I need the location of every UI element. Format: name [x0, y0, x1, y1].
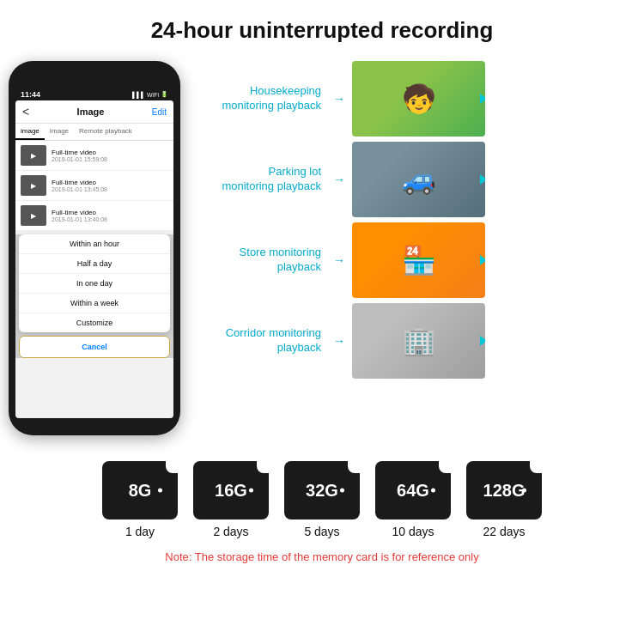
signal-icon: ▌▌▌ [132, 92, 145, 98]
video-item-1[interactable]: Full-time video 2019-01-01 15:59:08 [15, 141, 173, 171]
video-thumb-1 [21, 145, 46, 166]
monitoring-row-1: Housekeepingmonitoring playback → 🧒 [189, 61, 635, 137]
video-thumb-2 [21, 175, 46, 196]
child-emoji: 🧒 [402, 82, 436, 115]
monitoring-label-4: Corridor monitoringplayback [189, 326, 326, 355]
edit-button[interactable]: Edit [152, 107, 167, 117]
sd-days-32g: 5 days [304, 525, 339, 538]
monitoring-photo-1: 🧒 [352, 61, 485, 137]
sd-card-icon-8g: 8G [102, 461, 178, 519]
video-list: Full-time video 2019-01-01 15:59:08 Full… [15, 141, 173, 231]
tab-image[interactable]: image [15, 124, 45, 140]
dropdown-menu: Within an hour Half a day In one day Wit… [19, 234, 170, 332]
monitoring-label-2: Parking lotmonitoring playback [189, 165, 326, 194]
monitoring-photo-4: 🏢 [352, 303, 485, 379]
video-title-2: Full-time video [52, 179, 168, 186]
monitoring-photo-2: 🚙 [352, 142, 485, 217]
video-info-1: Full-time video 2019-01-01 15:59:08 [52, 149, 168, 162]
phone-container: 11:44 ▌▌▌ WiFi 🔋 < Image Edit image [9, 61, 180, 435]
phone-icons: ▌▌▌ WiFi 🔋 [132, 91, 168, 98]
monitoring-photo-3: 🏪 [352, 222, 485, 298]
screen-tabs: image Image Remote playback [15, 124, 173, 141]
store-emoji: 🏪 [402, 244, 436, 276]
monitoring-row-2: Parking lotmonitoring playback → 🚙 [189, 142, 635, 217]
sd-card-size-128g: 128G [483, 481, 526, 501]
cyan-triangle-2 [480, 174, 485, 185]
video-title-3: Full-time video [52, 209, 168, 216]
video-item-3[interactable]: Full-time video 2019-01-01 13:40:08 [15, 201, 173, 231]
main-title: 24-hour uninterrupted recording [9, 17, 635, 44]
back-arrow-icon[interactable]: < [22, 105, 29, 118]
video-title-1: Full-time video [52, 149, 168, 156]
sd-card-icon-128g: 128G [466, 461, 542, 519]
monitoring-label-1: Housekeepingmonitoring playback [189, 84, 326, 113]
sd-card-icon-64g: 64G [375, 461, 451, 519]
arrow-icon-2: → [333, 173, 345, 186]
page-wrapper: 24-hour uninterrupted recording 11:44 ▌▌… [0, 0, 644, 576]
video-info-2: Full-time video 2019-01-01 13:45:08 [52, 179, 168, 192]
dropdown-item-2[interactable]: Half a day [19, 254, 170, 274]
phone-time: 11:44 [21, 90, 40, 99]
video-date-3: 2019-01-01 13:40:08 [52, 216, 168, 222]
phone-screen: < Image Edit image Image Remote playback [15, 100, 173, 418]
video-thumb-3 [21, 205, 46, 226]
sd-days-16g: 2 days [213, 525, 248, 538]
monitoring-row-3: Store monitoringplayback → 🏪 [189, 222, 635, 298]
monitoring-label-3: Store monitoringplayback [189, 246, 326, 275]
dropdown-item-5[interactable]: Customize [19, 313, 170, 332]
right-section: Housekeepingmonitoring playback → 🧒 Park… [189, 61, 635, 379]
video-info-3: Full-time video 2019-01-01 13:40:08 [52, 209, 168, 222]
dropdown-item-4[interactable]: Within a week [19, 294, 170, 313]
sd-card-icon-32g: 32G [284, 461, 360, 519]
sd-card-item-8g: 8G 1 day [102, 461, 178, 538]
sd-cards-row: 8G 1 day 16G 2 days 32G 5 days [102, 461, 542, 538]
sd-card-dot-64g [431, 489, 435, 493]
bottom-section: 8G 1 day 16G 2 days 32G 5 days [9, 461, 635, 563]
video-item-2[interactable]: Full-time video 2019-01-01 13:45:08 [15, 171, 173, 201]
sd-card-size-64g: 64G [397, 481, 429, 501]
sd-days-64g: 10 days [392, 525, 434, 538]
dropdown-cancel-button[interactable]: Cancel [19, 336, 170, 358]
video-date-1: 2019-01-01 15:59:08 [52, 156, 168, 162]
video-date-2: 2019-01-01 13:45:08 [52, 186, 168, 192]
cyan-triangle-1 [480, 94, 485, 104]
sd-card-dot-32g [340, 489, 344, 493]
sd-card-item-16g: 16G 2 days [193, 461, 269, 538]
sd-card-dot-16g [249, 489, 253, 493]
monitoring-row-4: Corridor monitoringplayback → 🏢 [189, 303, 635, 379]
cyan-triangle-4 [480, 336, 485, 346]
phone-notch [64, 71, 125, 87]
screen-title: Image [77, 106, 105, 117]
wifi-icon: WiFi [147, 92, 159, 98]
sd-card-item-128g: 128G 22 days [466, 461, 542, 538]
sd-days-128g: 22 days [483, 525, 525, 538]
parking-emoji: 🚙 [402, 163, 436, 196]
sd-card-size-8g: 8G [129, 481, 152, 501]
sd-card-icon-16g: 16G [193, 461, 269, 519]
sd-card-dot-128g [522, 489, 526, 493]
sd-days-8g: 1 day [125, 525, 155, 538]
tab-remote-playback[interactable]: Remote playback [74, 124, 137, 140]
sd-card-size-32g: 32G [306, 481, 338, 501]
sd-card-item-32g: 32G 5 days [284, 461, 360, 538]
cyan-triangle-3 [480, 255, 485, 265]
tab-image2[interactable]: Image [45, 124, 74, 140]
arrow-icon-1: → [333, 92, 345, 106]
battery-icon: 🔋 [161, 91, 168, 98]
phone: 11:44 ▌▌▌ WiFi 🔋 < Image Edit image [9, 61, 180, 435]
arrow-icon-3: → [333, 253, 345, 267]
note-text: Note: The storage time of the memory car… [165, 550, 478, 563]
sd-card-size-16g: 16G [215, 481, 247, 501]
arrow-icon-4: → [333, 334, 345, 348]
dropdown-overlay: Within an hour Half a day In one day Wit… [15, 234, 173, 358]
sd-card-item-64g: 64G 10 days [375, 461, 451, 538]
status-bar: 11:44 ▌▌▌ WiFi 🔋 [15, 90, 173, 99]
corridor-emoji: 🏢 [402, 325, 436, 357]
dropdown-item-3[interactable]: In one day [19, 274, 170, 294]
dropdown-item-1[interactable]: Within an hour [19, 234, 170, 254]
screen-header: < Image Edit [15, 100, 173, 124]
top-section: 11:44 ▌▌▌ WiFi 🔋 < Image Edit image [9, 61, 635, 435]
sd-card-dot-8g [158, 489, 162, 493]
